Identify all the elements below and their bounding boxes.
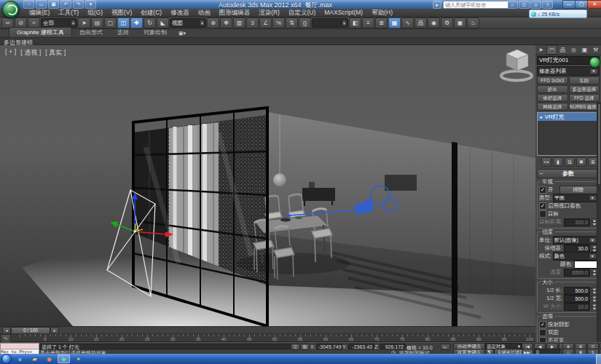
select-and-move-icon[interactable]: ✚ bbox=[130, 17, 143, 28]
ribbon-tab-1[interactable]: 自由形式 bbox=[72, 28, 110, 37]
display-tab[interactable]: ▣ bbox=[579, 45, 590, 55]
rectangular-selection-icon[interactable]: ▢ bbox=[104, 17, 117, 28]
percent-snap-icon[interactable]: % bbox=[272, 17, 285, 28]
parameters-rollout-header[interactable]: − 参数 bbox=[537, 169, 600, 178]
panel-scrollbar[interactable] bbox=[597, 102, 601, 342]
remove-modifier-icon[interactable]: ✖ bbox=[576, 157, 586, 167]
menu-item-7[interactable]: 图形编辑器 bbox=[215, 9, 255, 17]
edit-named-sets-icon[interactable]: {} bbox=[299, 17, 311, 28]
menu-item-6[interactable]: 动画 bbox=[194, 9, 215, 17]
viewport-menu-pov[interactable]: [ 透视 ] bbox=[20, 48, 41, 58]
viewport-shading-checkbox[interactable]: ✓ bbox=[539, 202, 546, 210]
menu-item-1[interactable]: 工具(T) bbox=[54, 9, 83, 17]
object-color-swatch[interactable] bbox=[589, 57, 600, 68]
modifier-button-4[interactable]: 体积选择 bbox=[537, 94, 568, 102]
undo-icon[interactable]: ↶ bbox=[60, 0, 71, 9]
viewport[interactable] bbox=[0, 45, 535, 326]
render-production-icon[interactable]: ♨ bbox=[467, 17, 479, 28]
modifier-button-1[interactable]: 车削 bbox=[569, 76, 600, 84]
y-coordinate-field[interactable]: -2363.43 bbox=[348, 344, 374, 349]
create-tab[interactable]: ➤ bbox=[535, 45, 546, 55]
modifier-button-3[interactable]: 多边形选择 bbox=[569, 85, 600, 93]
viewport-menu-general[interactable]: [ + ] bbox=[5, 48, 16, 58]
search-go-icon[interactable]: ⌕ bbox=[507, 1, 518, 9]
modifier-stack[interactable]: ●VR灯光 bbox=[537, 112, 600, 156]
time-slider-track[interactable] bbox=[0, 326, 535, 333]
ribbon-panel-polygon-modeling[interactable]: 多边形建模 bbox=[0, 37, 601, 45]
window-crossing-icon[interactable]: ◫ bbox=[117, 17, 130, 28]
ribbon-tab-0[interactable]: Graphite 建模工具 bbox=[9, 27, 72, 37]
viewport-scene[interactable] bbox=[0, 45, 535, 326]
menu-item-8[interactable]: 渲染(R) bbox=[254, 9, 284, 17]
modify-tab[interactable]: ◠ bbox=[546, 45, 557, 55]
reference-coordinate-dropdown[interactable]: 视图▾ bbox=[170, 18, 206, 28]
targeted-checkbox[interactable] bbox=[539, 210, 546, 218]
spinner-snap-icon[interactable]: ⇅ bbox=[286, 17, 298, 28]
angle-snap-icon[interactable]: ∠ bbox=[259, 17, 272, 28]
modifier-button-6[interactable]: 网格选择 bbox=[537, 103, 568, 111]
stack-item-0[interactable]: ●VR灯光 bbox=[538, 113, 599, 121]
taskbar-browser-icon[interactable]: e bbox=[14, 355, 26, 363]
units-dropdown[interactable]: 默认(图像) ▼ bbox=[553, 236, 597, 245]
modifier-button-5[interactable]: FFD 选择 bbox=[569, 94, 600, 102]
ribbon-tab-3[interactable]: 对象绘制 bbox=[136, 28, 174, 37]
ribbon-toggle-icon[interactable]: ▦ bbox=[388, 17, 401, 28]
modifier-button-0[interactable]: FFD 3x3x3 bbox=[537, 76, 568, 84]
absolute-mode-icon[interactable]: ⊞ bbox=[300, 344, 310, 350]
application-menu-button[interactable] bbox=[2, 1, 20, 18]
save-file-icon[interactable]: ▣ bbox=[48, 0, 59, 9]
favorites-icon[interactable]: ✩ bbox=[530, 1, 541, 9]
hierarchy-tab[interactable]: 品 bbox=[557, 45, 568, 55]
modifier-button-2[interactable]: 挤出 bbox=[537, 85, 568, 93]
scrollbar-thumb[interactable] bbox=[597, 103, 601, 185]
menu-item-3[interactable]: 视图(V) bbox=[107, 9, 136, 17]
snap-3d-icon[interactable]: 3 bbox=[246, 17, 259, 28]
ribbon-config-icon[interactable]: ▣▾ bbox=[174, 30, 190, 37]
utilities-tab[interactable]: ⚒ bbox=[590, 45, 601, 55]
curve-editor-icon[interactable]: ∿ bbox=[401, 17, 414, 28]
menu-item-9[interactable]: 自定义(U) bbox=[284, 9, 320, 17]
help-icon[interactable]: ? bbox=[542, 1, 553, 9]
maximize-button[interactable]: ▢ bbox=[575, 0, 588, 9]
menu-item-4[interactable]: 创建(C) bbox=[136, 9, 166, 17]
taskbar-3dsmax-icon[interactable]: ◆ bbox=[58, 355, 70, 363]
minimize-button[interactable]: — bbox=[562, 0, 576, 9]
taskbar-folder-icon[interactable]: ▰ bbox=[28, 355, 41, 363]
track-bar[interactable]: 5101520253035404550556065707580859095100 bbox=[0, 333, 535, 342]
viewport-menu-shading[interactable]: [ 真实 ] bbox=[45, 48, 66, 58]
named-sets-dropdown[interactable]: ▾ bbox=[312, 18, 348, 28]
double-sided-checkbox[interactable] bbox=[539, 329, 546, 336]
close-button[interactable]: ✕ bbox=[587, 0, 601, 9]
target-distance-field[interactable]: 200.0 bbox=[564, 218, 590, 226]
keyboard-override-icon[interactable]: ▥ bbox=[233, 17, 245, 28]
menu-item-0[interactable]: 编辑(E) bbox=[25, 9, 54, 17]
rollout-collapse-icon[interactable]: − bbox=[540, 170, 543, 178]
light-type-dropdown[interactable]: 平面 ▼ bbox=[553, 194, 597, 202]
light-on-checkbox[interactable]: ✓ bbox=[539, 186, 546, 194]
show-end-result-icon[interactable]: ▮ bbox=[553, 157, 563, 167]
z-coordinate-field[interactable]: 926.172 bbox=[380, 344, 406, 349]
make-unique-icon[interactable]: ⧉ bbox=[565, 157, 575, 167]
show-desktop-button[interactable] bbox=[596, 354, 601, 364]
mirror-icon[interactable]: ◧ bbox=[349, 17, 361, 28]
search-input[interactable] bbox=[443, 1, 508, 9]
multiplier-field[interactable]: 30.0 bbox=[564, 245, 590, 253]
select-and-scale-icon[interactable]: ◣ bbox=[157, 17, 169, 28]
material-editor-icon[interactable]: ◉ bbox=[428, 17, 440, 28]
mode-dropdown[interactable]: 颜色 ▼ bbox=[553, 252, 597, 261]
align-icon[interactable]: ≡ bbox=[362, 17, 374, 28]
light-color-swatch[interactable] bbox=[574, 261, 597, 269]
subscription-icon[interactable]: ⚿ bbox=[519, 1, 530, 9]
taskbar-app-icon[interactable]: ✦ bbox=[72, 355, 85, 363]
select-object-icon[interactable]: ➤ bbox=[78, 17, 90, 28]
cast-shadows-checkbox[interactable]: ✓ bbox=[539, 321, 546, 328]
modifier-list-dropdown[interactable]: 修改器列表 ▼ bbox=[537, 66, 600, 76]
pin-stack-icon[interactable]: ⊶ bbox=[541, 157, 551, 167]
qat-more-icon[interactable]: ▾ bbox=[85, 0, 96, 9]
motion-tab[interactable]: ◎ bbox=[568, 45, 579, 55]
selection-lock-icon[interactable]: ⚿ bbox=[291, 344, 300, 350]
infocenter-expand-icon[interactable]: ▸ bbox=[433, 1, 441, 9]
schematic-view-icon[interactable]: 品 bbox=[415, 17, 427, 28]
select-and-manipulate-icon[interactable]: ✥ bbox=[220, 17, 232, 28]
x-coordinate-field[interactable]: -3045.749 bbox=[316, 344, 342, 349]
